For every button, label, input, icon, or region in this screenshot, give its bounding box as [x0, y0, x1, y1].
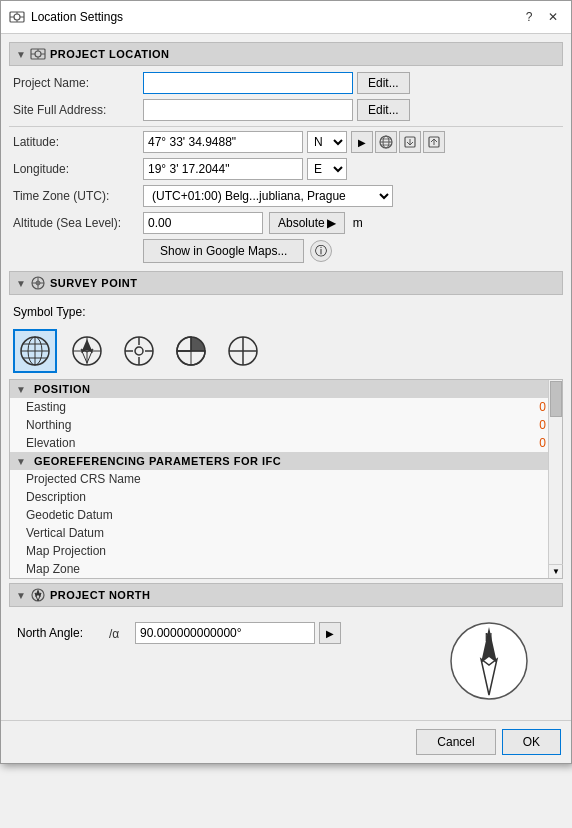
- north-angle-arrow-btn[interactable]: ▶: [319, 622, 341, 644]
- georef-desc-label: Description: [26, 490, 86, 504]
- north-angle-row: North Angle: /α ▶: [13, 617, 449, 649]
- site-address-row: Site Full Address: Edit...: [9, 99, 563, 121]
- georef-crs-label: Projected CRS Name: [26, 472, 141, 486]
- latitude-direction-select[interactable]: N S: [307, 131, 347, 153]
- svg-point-1: [14, 14, 20, 20]
- titlebar-controls: ? ✕: [519, 7, 563, 27]
- scroll-section: ▼ POSITION ▲ Easting 0 Northing 0: [9, 379, 563, 579]
- scroll-content: ▼ POSITION ▲ Easting 0 Northing 0: [10, 380, 562, 578]
- longitude-input[interactable]: [143, 158, 303, 180]
- georef-crs-row: Projected CRS Name: [10, 470, 562, 488]
- project-name-label: Project Name:: [13, 76, 143, 90]
- longitude-label: Longitude:: [13, 162, 143, 176]
- latitude-buttons: ▶: [351, 131, 445, 153]
- project-north-header: ▼ PROJECT NORTH: [9, 583, 563, 607]
- timezone-label: Time Zone (UTC):: [13, 189, 143, 203]
- compass-graphic: N: [449, 621, 529, 701]
- site-address-label: Site Full Address:: [13, 103, 143, 117]
- survey-collapse-arrow[interactable]: ▼: [16, 278, 26, 289]
- longitude-direction-select[interactable]: E W: [307, 158, 347, 180]
- symbol-north-arrow[interactable]: [65, 329, 109, 373]
- cancel-button[interactable]: Cancel: [416, 729, 495, 755]
- latitude-row: Latitude: N S ▶: [9, 131, 563, 153]
- scrollbar-track[interactable]: ▼: [548, 380, 562, 578]
- latitude-export-btn[interactable]: [423, 131, 445, 153]
- svg-point-41: [135, 347, 143, 355]
- project-name-row: Project Name: Edit...: [9, 72, 563, 94]
- elevation-value: 0: [516, 436, 546, 450]
- symbol-crosshair-half[interactable]: [169, 329, 213, 373]
- site-address-input[interactable]: [143, 99, 353, 121]
- georef-title: GEOREFERENCING PARAMETERS FOR IFC: [34, 455, 281, 467]
- latitude-label: Latitude:: [13, 135, 143, 149]
- position-title-row: ▼ POSITION: [16, 383, 90, 395]
- timezone-select[interactable]: (UTC+01:00) Belg...jubliana, Prague: [143, 185, 393, 207]
- latitude-import-btn[interactable]: [399, 131, 421, 153]
- scrollbar-thumb[interactable]: [550, 381, 562, 417]
- show-maps-button[interactable]: Show in Google Maps...: [143, 239, 304, 263]
- position-header: ▼ POSITION ▲: [10, 380, 562, 398]
- site-address-edit-button[interactable]: Edit...: [357, 99, 410, 121]
- georef-vertical-row: Vertical Datum: [10, 524, 562, 542]
- latitude-arrow-btn[interactable]: ▶: [351, 131, 373, 153]
- location-icon: [9, 9, 25, 25]
- symbol-globe[interactable]: [13, 329, 57, 373]
- position-collapse-arrow[interactable]: ▼: [16, 384, 26, 395]
- ok-button[interactable]: OK: [502, 729, 561, 755]
- section-collapse-arrow[interactable]: ▼: [16, 49, 26, 60]
- north-angle-input[interactable]: [135, 622, 315, 644]
- georef-zone-row: Map Zone: [10, 560, 562, 578]
- altitude-mode: Absolute ▶ m: [269, 212, 363, 234]
- dialog-content: ▼ PROJECT LOCATION Project Name: Edit...…: [1, 34, 571, 720]
- symbol-type-label: Symbol Type:: [9, 301, 563, 323]
- help-button[interactable]: ?: [519, 7, 539, 27]
- project-location-icon: [30, 46, 46, 62]
- close-button[interactable]: ✕: [543, 7, 563, 27]
- georef-desc-row: Description: [10, 488, 562, 506]
- absolute-label: Absolute: [278, 216, 325, 230]
- longitude-row: Longitude: E W: [9, 158, 563, 180]
- scroll-down-btn[interactable]: ▼: [549, 564, 563, 578]
- project-north-title: PROJECT NORTH: [50, 589, 151, 601]
- survey-point-icon: [30, 275, 46, 291]
- project-north-section: ▼ PROJECT NORTH North Angle: /α: [9, 583, 563, 712]
- north-collapse-arrow[interactable]: ▼: [16, 590, 26, 601]
- altitude-input[interactable]: [143, 212, 263, 234]
- georef-geodetic-label: Geodetic Datum: [26, 508, 113, 522]
- symbol-crosshair-simple[interactable]: [221, 329, 265, 373]
- georef-zone-label: Map Zone: [26, 562, 80, 576]
- northing-value: 0: [516, 418, 546, 432]
- project-location-title: PROJECT LOCATION: [50, 48, 170, 60]
- project-location-header: ▼ PROJECT LOCATION: [9, 42, 563, 66]
- altitude-label: Altitude (Sea Level):: [13, 216, 143, 230]
- absolute-button[interactable]: Absolute ▶: [269, 212, 345, 234]
- georef-header: ▼ GEOREFERENCING PARAMETERS FOR IFC: [10, 452, 562, 470]
- footer: Cancel OK: [1, 720, 571, 763]
- northing-label: Northing: [26, 418, 71, 432]
- project-name-input[interactable]: [143, 72, 353, 94]
- info-button[interactable]: ⓘ: [310, 240, 332, 262]
- north-angle-label: North Angle:: [17, 626, 107, 640]
- project-name-edit-button[interactable]: Edit...: [357, 72, 410, 94]
- absolute-arrow: ▶: [327, 216, 336, 230]
- elevation-label: Elevation: [26, 436, 75, 450]
- georef-collapse-arrow[interactable]: ▼: [16, 456, 26, 467]
- symbol-crosshair-open[interactable]: [117, 329, 161, 373]
- easting-row: Easting 0: [10, 398, 562, 416]
- georef-projection-label: Map Projection: [26, 544, 106, 558]
- latitude-globe-btn[interactable]: [375, 131, 397, 153]
- svg-text:/α: /α: [109, 627, 119, 641]
- svg-text:N: N: [485, 632, 492, 643]
- timezone-row: Time Zone (UTC): (UTC+01:00) Belg...jubl…: [9, 185, 563, 207]
- titlebar-title: Location Settings: [31, 10, 123, 24]
- easting-value: 0: [516, 400, 546, 414]
- elevation-row: Elevation 0: [10, 434, 562, 452]
- compass-area: N: [449, 617, 559, 708]
- northing-row: Northing 0: [10, 416, 562, 434]
- symbol-container: [9, 323, 563, 379]
- north-input-area: North Angle: /α ▶: [13, 617, 449, 649]
- project-north-icon: [30, 587, 46, 603]
- north-angle-icon: /α: [107, 621, 131, 645]
- latitude-input[interactable]: [143, 131, 303, 153]
- altitude-row: Altitude (Sea Level): Absolute ▶ m: [9, 212, 563, 234]
